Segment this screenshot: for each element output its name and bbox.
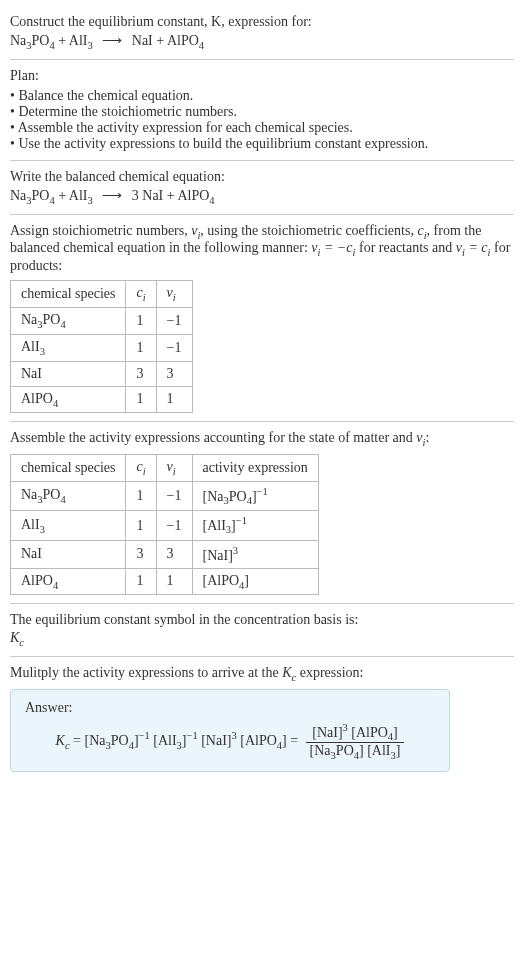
eqconst-section: The equilibrium constant symbol in the c… — [10, 606, 514, 654]
prompt-text: Construct the equilibrium constant, K, e… — [10, 14, 514, 30]
cell-ci: 3 — [126, 540, 156, 568]
arrow-icon: ⟶ — [102, 33, 122, 48]
table-header-row: chemical species ci νi — [11, 281, 193, 308]
divider — [10, 214, 514, 215]
answer-box: Answer: Kc = [Na3PO4]−1 [AlI3]−1 [NaI]3 … — [10, 689, 450, 772]
table-row: Na3PO4 1 −1 [Na3PO4]−1 — [11, 481, 319, 510]
cell-ci: 1 — [126, 511, 156, 540]
cell-species: Na3PO4 — [11, 481, 126, 510]
plan-item: • Assemble the activity expression for e… — [10, 120, 514, 136]
cell-activity: [NaI]3 — [192, 540, 318, 568]
cell-species: AlI3 — [11, 511, 126, 540]
cell-ci: 1 — [126, 386, 156, 413]
eqconst-text: The equilibrium constant symbol in the c… — [10, 612, 514, 628]
cell-nui: −1 — [156, 481, 192, 510]
cell-ci: 1 — [126, 307, 156, 334]
stoich-table: chemical species ci νi Na3PO4 1 −1 AlI3 … — [10, 280, 193, 413]
balanced-title: Write the balanced chemical equation: — [10, 169, 514, 185]
cell-species: AlPO4 — [11, 568, 126, 595]
table-row: AlI3 1 −1 [AlI3]−1 — [11, 511, 319, 540]
table-row: AlI3 1 −1 — [11, 334, 193, 361]
assemble-text: Assemble the activity expressions accoun… — [10, 430, 514, 448]
cell-ci: 3 — [126, 361, 156, 386]
col-nui: νi — [156, 281, 192, 308]
cell-nui: −1 — [156, 511, 192, 540]
table-row: AlPO4 1 1 [AlPO4] — [11, 568, 319, 595]
cell-nui: 3 — [156, 540, 192, 568]
table-header-row: chemical species ci νi activity expressi… — [11, 455, 319, 482]
relation-reactants: νi = −ci — [311, 240, 355, 255]
numerator: [NaI]3 [AlPO4] — [306, 722, 405, 743]
divider — [10, 59, 514, 60]
col-species: chemical species — [11, 455, 126, 482]
cell-nui: 3 — [156, 361, 192, 386]
species-na3po4: Na3PO4 — [10, 33, 55, 48]
fraction: [NaI]3 [AlPO4] [Na3PO4] [AlI3] — [306, 722, 405, 761]
species-na3po4: Na3PO4 — [10, 188, 55, 203]
plan-item: • Determine the stoichiometric numbers. — [10, 104, 514, 120]
answer-label: Answer: — [25, 700, 435, 716]
cell-ci: 1 — [126, 568, 156, 595]
cell-activity: [AlI3]−1 — [192, 511, 318, 540]
kc-expression: Kc = [Na3PO4]−1 [AlI3]−1 [NaI]3 [AlPO4] … — [25, 722, 435, 761]
col-ci: ci — [126, 455, 156, 482]
activity-table: chemical species ci νi activity expressi… — [10, 454, 319, 595]
cell-species: AlI3 — [11, 334, 126, 361]
plan-item: • Use the activity expressions to build … — [10, 136, 514, 152]
multiply-text: Mulitply the activity expressions to arr… — [10, 665, 514, 683]
cell-activity: [Na3PO4]−1 — [192, 481, 318, 510]
table-row: NaI 3 3 — [11, 361, 193, 386]
table-row: AlPO4 1 1 — [11, 386, 193, 413]
assemble-section: Assemble the activity expressions accoun… — [10, 424, 514, 601]
kc-symbol: Kc — [282, 665, 296, 680]
col-ci: ci — [126, 281, 156, 308]
cell-ci: 1 — [126, 334, 156, 361]
plan-title: Plan: — [10, 68, 514, 84]
col-nui: νi — [156, 455, 192, 482]
cell-nui: 1 — [156, 568, 192, 595]
unbalanced-equation: Na3PO4 + AlI3 ⟶ NaI + AlPO4 — [10, 32, 514, 51]
plan-section: Plan: • Balance the chemical equation. •… — [10, 62, 514, 158]
assign-section: Assign stoichiometric numbers, νi, using… — [10, 217, 514, 420]
cell-species: Na3PO4 — [11, 307, 126, 334]
col-activity: activity expression — [192, 455, 318, 482]
divider — [10, 656, 514, 657]
cell-nui: −1 — [156, 334, 192, 361]
prompt-line: Construct the equilibrium constant, K, e… — [10, 14, 312, 29]
table-row: Na3PO4 1 −1 — [11, 307, 193, 334]
divider — [10, 160, 514, 161]
multiply-section: Mulitply the activity expressions to arr… — [10, 659, 514, 778]
cell-species: AlPO4 — [11, 386, 126, 413]
balanced-section: Write the balanced chemical equation: Na… — [10, 163, 514, 212]
arrow-icon: ⟶ — [102, 188, 122, 203]
plan-item: • Balance the chemical equation. — [10, 88, 514, 104]
assign-text: Assign stoichiometric numbers, νi, using… — [10, 223, 514, 275]
denominator: [Na3PO4] [AlI3] — [306, 743, 405, 761]
cell-nui: −1 — [156, 307, 192, 334]
cell-nui: 1 — [156, 386, 192, 413]
kc-symbol: Kc — [10, 630, 514, 648]
relation-products: νi = ci — [456, 240, 491, 255]
cell-activity: [AlPO4] — [192, 568, 318, 595]
plan-list: • Balance the chemical equation. • Deter… — [10, 88, 514, 152]
cell-species: NaI — [11, 540, 126, 568]
divider — [10, 421, 514, 422]
col-species: chemical species — [11, 281, 126, 308]
products: NaI + AlPO4 — [128, 33, 204, 48]
prompt-section: Construct the equilibrium constant, K, e… — [10, 8, 514, 57]
nu-symbol: νi — [191, 223, 200, 238]
cell-ci: 1 — [126, 481, 156, 510]
species-ali3: + AlI3 — [55, 188, 93, 203]
cell-species: NaI — [11, 361, 126, 386]
kc-symbol: Kc — [56, 733, 70, 748]
table-row: NaI 3 3 [NaI]3 — [11, 540, 319, 568]
c-symbol: ci — [417, 223, 426, 238]
products: 3 NaI + AlPO4 — [128, 188, 214, 203]
divider — [10, 603, 514, 604]
balanced-equation: Na3PO4 + AlI3 ⟶ 3 NaI + AlPO4 — [10, 187, 514, 206]
species-ali3: + AlI3 — [55, 33, 93, 48]
